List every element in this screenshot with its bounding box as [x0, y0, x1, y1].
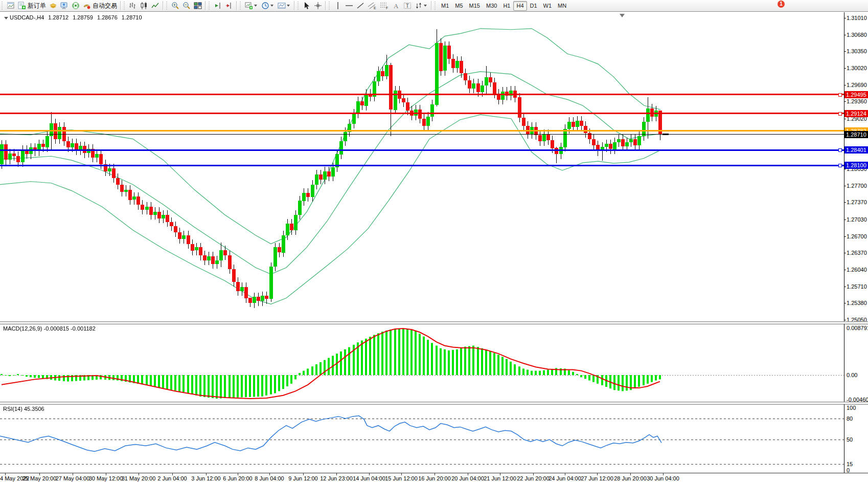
chart-profile-button[interactable] [276, 1, 292, 11]
toolbar-separator [236, 1, 237, 10]
rsi-value: 45.3506 [24, 406, 44, 412]
support-resistance-line[interactable] [0, 113, 844, 114]
rsi-canvas[interactable] [0, 404, 844, 473]
bar-chart-mode-button[interactable] [127, 1, 139, 11]
price-axis-tick: 1.30020 [847, 65, 867, 71]
instrument-dropdown-icon[interactable] [4, 16, 8, 20]
rsi-axis-tick: 80 [847, 415, 853, 422]
text-tool-button[interactable]: A [391, 1, 402, 11]
chart-shift-marker[interactable] [620, 14, 625, 17]
tile-windows-button[interactable] [192, 1, 203, 11]
timeframe-button-m30[interactable]: M30 [483, 1, 500, 11]
price-chart-canvas[interactable] [0, 12, 844, 321]
timeframe-group: M1M5M15M30H1H4D1W1MN [438, 1, 569, 11]
line-endpoint-marker[interactable] [838, 112, 842, 116]
toolbar-separator [294, 1, 294, 10]
toolbar-separator [205, 1, 205, 10]
macd-label: MACD(12,26,9) [3, 325, 42, 332]
new-chart-icon [245, 2, 253, 10]
autotrading-button[interactable]: 自动交易 [81, 1, 119, 11]
rsi-axis-tick: 100 [847, 405, 856, 411]
line-endpoint-marker[interactable] [838, 148, 842, 152]
ohlc-low: 1.28676 [97, 14, 118, 20]
signal-icon-button[interactable] [70, 1, 81, 11]
toolbar-grip[interactable] [123, 2, 126, 10]
timeframe-button-w1[interactable]: W1 [540, 1, 555, 11]
timeframe-button-d1[interactable]: D1 [527, 1, 540, 11]
auto-scroll-button[interactable] [212, 1, 223, 11]
zoom-in-button[interactable] [170, 1, 181, 11]
price-level-label: 1.29124 [844, 110, 868, 117]
timeframe-button-mn[interactable]: MN [555, 1, 569, 11]
time-axis-tick [500, 473, 500, 475]
ohlc-high: 1.28759 [73, 14, 93, 20]
chevron-down-icon [254, 5, 257, 7]
price-axis-tick: 1.26370 [847, 250, 867, 256]
candlestick-icon [140, 2, 148, 10]
cursor-icon [303, 2, 311, 10]
fibonacci-tool-button[interactable]: F [378, 1, 391, 11]
candlestick-mode-button[interactable] [139, 1, 150, 11]
current-price-line[interactable] [0, 134, 844, 135]
line-chart-mode-button[interactable] [150, 1, 161, 11]
toolbar-grip[interactable] [434, 2, 437, 10]
timeframe-button-m15[interactable]: M15 [466, 1, 483, 11]
macd-canvas[interactable] [0, 324, 844, 402]
line-chart-icon [151, 2, 159, 10]
auto-scroll-icon [214, 2, 222, 10]
text-label-tool-button[interactable]: T [402, 1, 413, 11]
support-resistance-line[interactable] [0, 130, 844, 132]
toolbar-grip[interactable] [328, 2, 331, 10]
support-resistance-line[interactable] [0, 149, 844, 151]
trendline-icon [356, 2, 364, 10]
horizontal-line-icon [345, 2, 353, 10]
toolbar-grip[interactable] [1, 2, 4, 10]
price-axis-tick: 1.30680 [847, 32, 867, 38]
chart-window-icon[interactable] [5, 1, 16, 11]
chart-shift-button[interactable] [223, 1, 235, 11]
equidistant-channel-tool-button[interactable]: E [366, 1, 378, 11]
horizontal-line-tool-button[interactable] [344, 1, 355, 11]
time-axis-tick [533, 473, 534, 475]
time-axis-tick [139, 473, 139, 475]
support-resistance-line[interactable] [0, 165, 844, 166]
signal-icon [72, 2, 80, 10]
line-endpoint-marker[interactable] [838, 164, 842, 167]
macd-signal-value: -0.001182 [71, 325, 96, 332]
cursor-tool-button[interactable] [301, 1, 312, 11]
vertical-line-tool-button[interactable] [332, 1, 344, 11]
svg-text:A: A [394, 2, 399, 10]
macd-axis-tick: 0.008791 [847, 325, 868, 331]
timeframe-button-h4[interactable]: H4 [513, 1, 527, 11]
periods-clock-button[interactable] [260, 1, 276, 11]
new-chart-button[interactable] [243, 1, 260, 11]
new-order-button[interactable]: 新订单 [16, 1, 48, 11]
ohlc-open: 1.28712 [48, 14, 68, 20]
price-axis-tick: 1.27030 [847, 216, 867, 223]
chart-window-icon [7, 2, 14, 9]
timeframe-button-m1[interactable]: M1 [438, 1, 452, 11]
crosshair-tool-button[interactable] [312, 1, 324, 11]
gold-box-icon-button[interactable] [48, 1, 59, 11]
toolbar-grip[interactable] [239, 2, 242, 10]
rsi-axis-tick: 50 [847, 436, 853, 443]
arrows-tool-button[interactable] [413, 1, 429, 11]
zoom-out-button[interactable] [181, 1, 192, 11]
arrows-icon [415, 2, 423, 10]
vertical-line-icon [334, 2, 342, 10]
time-axis-tick [303, 473, 304, 475]
macd-header: MACD(12,26,9) -0.000815 -0.001182 [3, 325, 96, 332]
support-resistance-line[interactable] [0, 94, 844, 95]
timeframe-button-h1[interactable]: H1 [500, 1, 513, 11]
toolbar-grip[interactable] [297, 2, 300, 10]
trendline-tool-button[interactable] [355, 1, 366, 11]
clock-icon [261, 2, 269, 10]
timeframe-button-m5[interactable]: M5 [452, 1, 466, 11]
new-order-label: 新订单 [28, 2, 46, 10]
terminal-icon-button[interactable] [59, 1, 70, 11]
line-endpoint-marker[interactable] [838, 93, 842, 97]
macd-axis-tick: 0.00 [847, 372, 857, 378]
toolbar-grip[interactable] [208, 2, 211, 10]
toolbar-grip[interactable] [166, 2, 168, 10]
tile-windows-icon [194, 2, 202, 10]
